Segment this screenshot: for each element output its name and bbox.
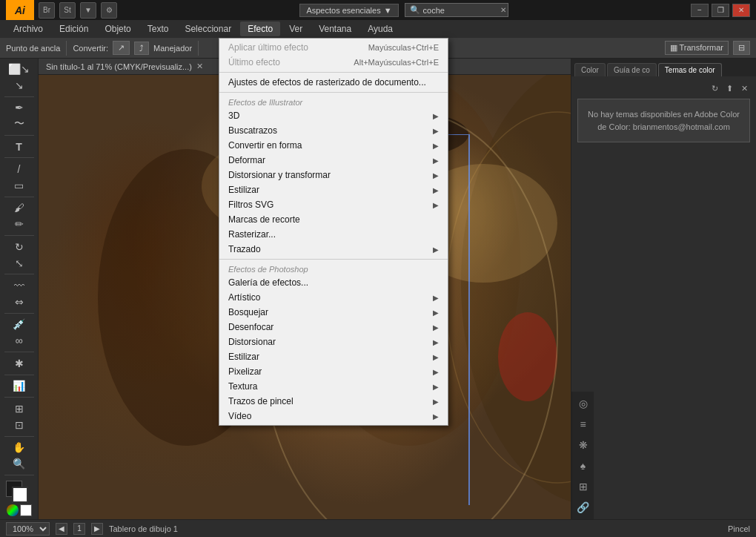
submenu-arrow: ▶ bbox=[433, 383, 439, 391]
menu-sep-2 bbox=[219, 92, 448, 93]
menu-sep-3 bbox=[219, 259, 448, 260]
submenu-arrow: ▶ bbox=[433, 294, 439, 302]
illustrator-section-label: Efectos de Illustrator bbox=[219, 95, 448, 108]
photoshop-section-label: Efectos de Photoshop bbox=[219, 262, 448, 275]
submenu-arrow: ▶ bbox=[433, 112, 439, 120]
submenu-arrow: ▶ bbox=[433, 142, 439, 150]
effect-gallery[interactable]: Galería de efectos... bbox=[219, 275, 448, 290]
effect-video[interactable]: Vídeo ▶ bbox=[219, 409, 448, 424]
last-effect-item[interactable]: Último efecto Alt+Mayúsculas+Ctrl+E bbox=[219, 55, 448, 70]
effect-distort-transform[interactable]: Distorsionar y transformar ▶ bbox=[219, 168, 448, 182]
effect-artistic[interactable]: Artístico ▶ bbox=[219, 290, 448, 305]
effect-texture[interactable]: Textura ▶ bbox=[219, 379, 448, 394]
submenu-arrow: ▶ bbox=[433, 353, 439, 361]
submenu-arrow: ▶ bbox=[433, 246, 439, 254]
submenu-arrow: ▶ bbox=[433, 398, 439, 406]
effect-3d[interactable]: 3D ▶ bbox=[219, 108, 448, 123]
effect-pixelate[interactable]: Pixelizar ▶ bbox=[219, 364, 448, 379]
effect-rasterize[interactable]: Rasterizar... bbox=[219, 227, 448, 242]
effect-convert-shape[interactable]: Convertir en forma ▶ bbox=[219, 138, 448, 153]
apply-last-effect-item[interactable]: Aplicar último efecto Mayúsculas+Ctrl+E bbox=[219, 40, 448, 55]
submenu-arrow: ▶ bbox=[433, 368, 439, 376]
submenu-arrow: ▶ bbox=[433, 127, 439, 135]
last-effect-label: Último efecto bbox=[228, 57, 280, 67]
apply-last-effect-label: Aplicar último efecto bbox=[228, 42, 308, 53]
submenu-arrow: ▶ bbox=[433, 201, 439, 209]
effect-svg-filters[interactable]: Filtros SVG ▶ bbox=[219, 197, 448, 212]
apply-last-shortcut: Mayúsculas+Ctrl+E bbox=[368, 43, 439, 52]
effect-dropdown-menu: Aplicar último efecto Mayúsculas+Ctrl+E … bbox=[219, 38, 448, 426]
submenu-arrow: ▶ bbox=[433, 412, 439, 421]
submenu-arrow: ▶ bbox=[433, 338, 439, 346]
submenu-arrow: ▶ bbox=[433, 171, 439, 179]
effect-blur[interactable]: Desenfocar ▶ bbox=[219, 320, 448, 335]
effect-stylize-ps[interactable]: Estilizar ▶ bbox=[219, 349, 448, 364]
last-effect-shortcut: Alt+Mayúsculas+Ctrl+E bbox=[354, 58, 439, 67]
effect-crop-marks[interactable]: Marcas de recorte bbox=[219, 212, 448, 227]
effect-sketch[interactable]: Bosquejar ▶ bbox=[219, 305, 448, 320]
raster-settings-item[interactable]: Ajustes de efectos de rasterizado de doc… bbox=[219, 75, 448, 90]
menu-sep-1 bbox=[219, 72, 448, 73]
submenu-arrow: ▶ bbox=[433, 309, 439, 317]
effect-brush-strokes[interactable]: Trazos de pincel ▶ bbox=[219, 394, 448, 409]
effect-pathfinder[interactable]: Buscatrazos ▶ bbox=[219, 123, 448, 138]
effect-stylize-ai[interactable]: Estilizar ▶ bbox=[219, 182, 448, 197]
dropdown-overlay[interactable]: Aplicar último efecto Mayúsculas+Ctrl+E … bbox=[0, 0, 756, 537]
submenu-arrow: ▶ bbox=[433, 323, 439, 332]
effect-distort-ps[interactable]: Distorsionar ▶ bbox=[219, 335, 448, 349]
submenu-arrow: ▶ bbox=[433, 157, 439, 165]
effect-path[interactable]: Trazado ▶ bbox=[219, 242, 448, 257]
effect-warp[interactable]: Deformar ▶ bbox=[219, 153, 448, 168]
submenu-arrow: ▶ bbox=[433, 186, 439, 194]
